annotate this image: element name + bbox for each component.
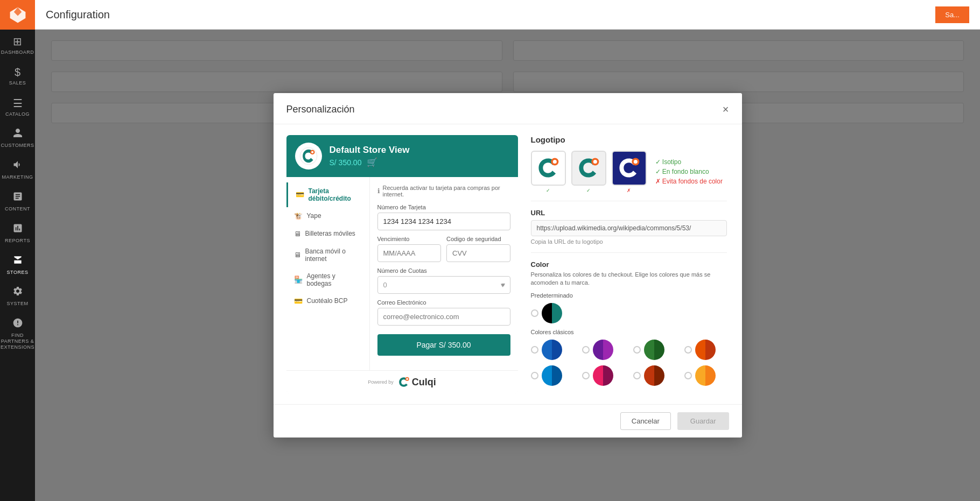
classic-color-2[interactable] [633, 340, 676, 360]
predeterminado-row [531, 303, 727, 323]
modal-body: Default Store View S/ 350.00 🛒 [274, 124, 742, 405]
system-icon [12, 286, 23, 299]
cvv-input[interactable] [446, 244, 510, 262]
sidebar-item-find[interactable]: FIND PARTNERS & EXTENSIONS [0, 312, 35, 355]
logo-box-color [531, 151, 566, 186]
classic-color-1[interactable] [582, 340, 625, 360]
catalog-icon: ☰ [13, 97, 23, 110]
color-radio-2[interactable] [633, 346, 641, 354]
culqi-brand: Culqi [398, 376, 436, 388]
cuotas-label: Número de Cuotas [377, 267, 510, 274]
culqi-sidebar-agentes[interactable]: 🏪 Agentes y bodegas [286, 267, 369, 292]
sidebar-item-system[interactable]: SYSTEM [0, 280, 35, 312]
classic-color-6[interactable] [633, 365, 676, 386]
svg-point-8 [593, 160, 597, 164]
classic-color-3[interactable] [684, 340, 727, 360]
sidebar-item-catalog[interactable]: ☰ CATALOG [0, 91, 35, 123]
color-radio-6[interactable] [633, 372, 641, 379]
culqi-sidebar-cuotealo[interactable]: 💳 Cuotéalo BCP [286, 292, 369, 310]
yape-icon: 🐮 [294, 212, 303, 220]
color-desc: Personaliza los colores de tu checkout. … [531, 271, 727, 287]
predeterminado-option[interactable] [531, 303, 562, 323]
clasicos-label: Colores clásicos [531, 329, 727, 335]
color-radio-0[interactable] [531, 346, 538, 354]
url-input[interactable] [531, 220, 727, 236]
color-radio-5[interactable] [582, 372, 590, 379]
cancel-button[interactable]: Cancelar [620, 412, 671, 430]
predeterminado-radio[interactable] [531, 309, 538, 317]
color-circle-6 [644, 365, 664, 386]
sidebar-item-sales[interactable]: $ SALES [0, 61, 35, 91]
sidebar-logo[interactable] [0, 0, 35, 30]
culqi-sidebar-yape[interactable]: 🐮 Yape [286, 207, 369, 225]
culqi-sidebar-card[interactable]: 💳 Tarjeta débito/crédito [286, 182, 369, 207]
check-fondo-color: ✗ Evita fondos de color [655, 178, 723, 185]
sidebar-item-label: FIND PARTNERS & EXTENSIONS [1, 333, 34, 350]
header: Configuration Sa... [35, 0, 980, 30]
sidebar-item-label: SALES [9, 80, 26, 86]
info-icon: ℹ [377, 187, 380, 195]
predeterminado-label: Predeterminado [531, 292, 727, 299]
sidebar-item-label: STORES [7, 270, 29, 276]
email-input[interactable] [377, 308, 510, 326]
color-radio-4[interactable] [531, 372, 538, 379]
divider-2 [531, 252, 727, 253]
classic-color-5[interactable] [582, 365, 625, 386]
classic-color-0[interactable] [531, 340, 573, 360]
color-radio-7[interactable] [684, 372, 692, 379]
culqi-brand-text: Culqi [412, 377, 436, 388]
sidebar-item-dashboard[interactable]: ⊞ DASHBOARD [0, 30, 35, 61]
logotipo-title: Logotipo [531, 135, 727, 144]
sidebar-item-stores[interactable]: STORES [0, 249, 35, 281]
culqi-sidebar-banca[interactable]: 🖥 Banca móvil o internet [286, 243, 369, 267]
main-area: Configuration Sa... Personalización × [35, 0, 980, 501]
culqi-footer: Powered by Culqi [286, 370, 518, 393]
color-radio-3[interactable] [684, 346, 692, 354]
email-label: Correo Electrónico [377, 299, 510, 306]
url-section: URL Copia la URL de tu logotipo [531, 209, 727, 245]
chevron-down-icon: ▾ [501, 281, 505, 289]
svg-point-4 [406, 378, 408, 380]
culqi-header: Default Store View S/ 350.00 🛒 [286, 135, 518, 177]
banca-icon: 🖥 [294, 251, 301, 259]
cuotas-select[interactable]: 0 ▾ [377, 276, 510, 294]
culqi-logo-circle [295, 143, 322, 170]
card-number-input[interactable] [377, 213, 510, 230]
modal-header: Personalización × [274, 93, 742, 124]
culqi-price: S/ 350.00 🛒 [330, 157, 410, 167]
svg-point-6 [553, 160, 557, 164]
culqi-sidebar-billeteras[interactable]: 🖥 Billeteras móviles [286, 225, 369, 243]
agentes-icon: 🏪 [294, 276, 303, 284]
save-header-button[interactable]: Sa... [935, 6, 969, 23]
logo-status-err: ✗ [627, 188, 631, 193]
color-circle-3 [695, 340, 716, 360]
color-circle-5 [593, 365, 613, 386]
sidebar-item-customers[interactable]: CUSTOMERS [0, 122, 35, 154]
modal-close-button[interactable]: × [723, 104, 729, 115]
classic-color-7[interactable] [684, 365, 727, 386]
save-button[interactable]: Guardar [677, 412, 729, 430]
pay-button[interactable]: Pagar S/ 350.00 [377, 334, 510, 356]
classic-color-4[interactable] [531, 365, 573, 386]
stores-icon [12, 255, 23, 268]
url-hint: Copia la URL de tu logotipo [531, 238, 727, 245]
logo-status-ok2: ✓ [586, 188, 591, 193]
sidebar-item-reports[interactable]: REPORTS [0, 217, 35, 249]
find-icon [12, 317, 23, 331]
check-fondo-blanco: ✓ En fondo blanco [655, 168, 723, 175]
logo-options-row: ✓ [531, 151, 727, 193]
modal-overlay: Personalización × [35, 30, 980, 501]
sidebar-item-marketing[interactable]: MARKETING [0, 154, 35, 186]
color-radio-1[interactable] [582, 346, 590, 354]
predeterminado-circle [542, 303, 562, 323]
sidebar-item-label: DASHBOARD [1, 50, 34, 55]
culqi-store-name: Default Store View [330, 145, 410, 156]
sidebar-item-content[interactable]: CONTENT [0, 186, 35, 217]
expiry-input[interactable] [377, 244, 442, 262]
color-circle-7 [695, 365, 716, 386]
cuotealo-icon: 💳 [294, 297, 303, 305]
customers-icon [12, 128, 23, 141]
culqi-form: ℹ Recuerda activar tu tarjeta para compr… [370, 177, 518, 371]
culqi-sidebar: 💳 Tarjeta débito/crédito 🐮 Yape 🖥 Bille [286, 177, 370, 371]
page-title: Configuration [46, 9, 110, 21]
